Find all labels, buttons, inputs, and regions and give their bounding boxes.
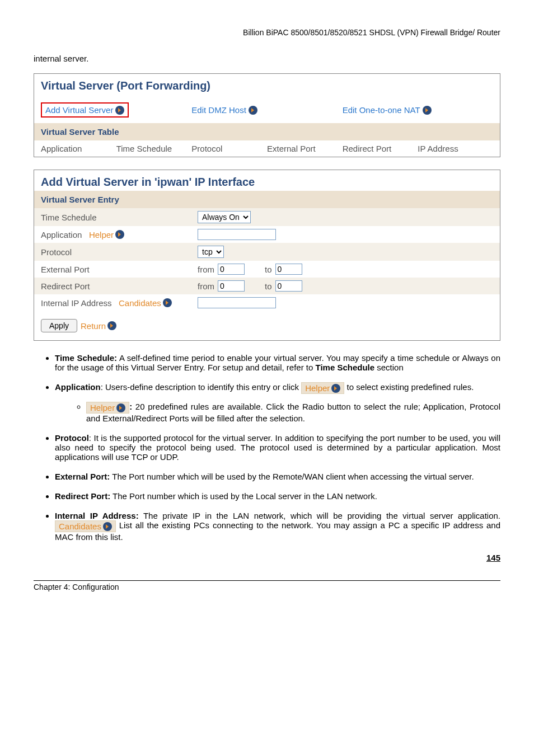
add-virtual-server-link[interactable]: Add Virtual Server xyxy=(45,105,113,115)
badge-text: Helper xyxy=(305,383,330,393)
row-time-schedule: Time Schedule Always On xyxy=(34,208,500,226)
row-protocol: Protocol tcp xyxy=(34,243,500,261)
arrow-icon xyxy=(103,522,112,531)
entry-banner: Virtual Server Entry xyxy=(34,191,500,208)
arrow-icon xyxy=(249,106,257,115)
label-internal-ip-text: Internal IP Address xyxy=(41,298,111,308)
arrow-icon xyxy=(116,403,125,412)
arrow-icon xyxy=(331,384,340,393)
edit-dmz-link-cell: Edit DMZ Host xyxy=(191,105,342,115)
external-from-input[interactable] xyxy=(218,264,245,275)
body-text: : Users-define description to identify t… xyxy=(101,382,301,392)
edit-dmz-link[interactable]: Edit DMZ Host xyxy=(191,105,246,115)
strong-text: Time Schedule: xyxy=(55,353,117,363)
page-footer: Chapter 4: Configuration xyxy=(34,580,500,591)
page-number: 145 xyxy=(34,553,500,562)
candidates-text: Candidates xyxy=(119,298,161,308)
list-item: Application: Users-define description to… xyxy=(55,382,500,423)
list-item: External Port: The Port number which wil… xyxy=(55,472,500,481)
body-text: A self-defined time period to enable you… xyxy=(55,353,500,372)
edit-nat-link[interactable]: Edit One-to-one NAT xyxy=(343,105,420,115)
row-application: Application Helper xyxy=(34,226,500,243)
list-item: Redirect Port: The Port number which is … xyxy=(55,491,500,501)
col-ip-address: IP Address xyxy=(418,144,493,153)
return-link[interactable]: Return xyxy=(81,321,116,331)
to-label: to xyxy=(265,265,272,274)
protocol-select[interactable]: tcp xyxy=(198,246,224,258)
arrow-icon xyxy=(423,106,432,115)
panel-title-add: Add Virtual Server in 'ipwan' IP Interfa… xyxy=(34,170,500,191)
application-helper-link[interactable]: Helper xyxy=(89,230,124,240)
label-protocol: Protocol xyxy=(41,247,198,257)
apply-row: Apply Return xyxy=(34,311,500,340)
body-text: to select existing predefined rules. xyxy=(347,382,474,392)
body-text: The private IP in the LAN network, which… xyxy=(139,511,500,520)
arrow-icon xyxy=(115,106,124,115)
label-internal-ip: Internal IP Address Candidates xyxy=(41,298,198,308)
from-label: from xyxy=(198,281,214,291)
arrow-icon xyxy=(107,321,116,330)
badge-text: Candidates xyxy=(59,522,101,531)
label-application-text: Application xyxy=(41,230,82,240)
application-input[interactable] xyxy=(198,229,276,240)
helper-text: Helper xyxy=(89,230,114,240)
col-application: Application xyxy=(41,144,116,153)
col-external-port: External Port xyxy=(267,144,343,153)
label-external-port: External Port xyxy=(41,265,198,274)
candidates-badge: Candidates xyxy=(55,520,116,532)
list-item: Time Schedule: A self-defined time perio… xyxy=(55,353,500,372)
strong-text: External Port: xyxy=(55,472,110,481)
highlight-box: Add Virtual Server xyxy=(41,102,129,118)
return-text: Return xyxy=(81,321,106,331)
body-text: The Port number which is used by the Loc… xyxy=(110,491,377,501)
row-redirect-port: Redirect Port from to xyxy=(34,278,500,294)
strong-text: Protocol xyxy=(55,433,89,443)
from-label: from xyxy=(198,265,214,274)
body-text: 20 predefined rules are available. Click… xyxy=(86,402,500,423)
panel-add-virtual-server: Add Virtual Server in 'ipwan' IP Interfa… xyxy=(34,170,500,341)
arrow-icon xyxy=(163,298,172,307)
redirect-to-input[interactable] xyxy=(275,280,302,292)
strong-text: Time Schedule xyxy=(316,363,375,372)
arrow-icon xyxy=(115,230,124,239)
table-banner: Virtual Server Table xyxy=(34,123,500,140)
apply-button[interactable]: Apply xyxy=(41,319,77,332)
helper-badge: Helper xyxy=(86,402,129,414)
strong-text: Internal IP Address: xyxy=(55,511,139,520)
redirect-from-input[interactable] xyxy=(218,280,245,292)
list-item: Protocol: It is the supported protocol f… xyxy=(55,433,500,462)
row-internal-ip: Internal IP Address Candidates xyxy=(34,294,500,311)
col-redirect-port: Redirect Port xyxy=(343,144,418,153)
body-text: section xyxy=(374,363,404,372)
label-redirect-port: Redirect Port xyxy=(41,281,198,291)
intro-text: internal server. xyxy=(34,54,500,63)
col-time-schedule: Time Schedule xyxy=(116,144,192,153)
nav-link-row: Add Virtual Server Edit DMZ Host Edit On… xyxy=(34,99,500,123)
page-header: Billion BiPAC 8500/8501/8520/8521 SHDSL … xyxy=(34,28,500,37)
row-external-port: External Port from to xyxy=(34,261,500,278)
body-text: List all the existing PCs connecting to … xyxy=(55,520,500,542)
helper-badge: Helper xyxy=(301,382,344,394)
panel-virtual-server: Virtual Server (Port Forwarding) Add Vir… xyxy=(34,73,500,157)
add-virtual-server-link-cell: Add Virtual Server xyxy=(41,102,191,118)
external-to-input[interactable] xyxy=(275,264,302,275)
internal-ip-input[interactable] xyxy=(198,297,276,308)
edit-nat-link-cell: Edit One-to-one NAT xyxy=(343,105,493,115)
table-header-row: Application Time Schedule Protocol Exter… xyxy=(34,140,500,157)
time-schedule-select[interactable]: Always On xyxy=(198,211,251,223)
col-protocol: Protocol xyxy=(191,144,267,153)
panel-title: Virtual Server (Port Forwarding) xyxy=(34,74,500,95)
to-label: to xyxy=(265,281,272,291)
list-item: Internal IP Address: The private IP in t… xyxy=(55,511,500,542)
candidates-link[interactable]: Candidates xyxy=(119,298,172,308)
sub-list: Helper : 20 predefined rules are availab… xyxy=(55,402,500,423)
strong-text: Redirect Port: xyxy=(55,491,110,501)
list-item: Helper : 20 predefined rules are availab… xyxy=(86,402,500,423)
badge-text: Helper xyxy=(90,403,115,412)
strong-text: Application xyxy=(55,382,101,392)
body-text: The Port number which will be used by th… xyxy=(110,472,474,481)
body-text: : It is the supported protocol for the v… xyxy=(55,433,500,462)
label-application: Application Helper xyxy=(41,230,198,240)
description-list: Time Schedule: A self-defined time perio… xyxy=(34,353,500,542)
label-time-schedule: Time Schedule xyxy=(41,213,198,222)
